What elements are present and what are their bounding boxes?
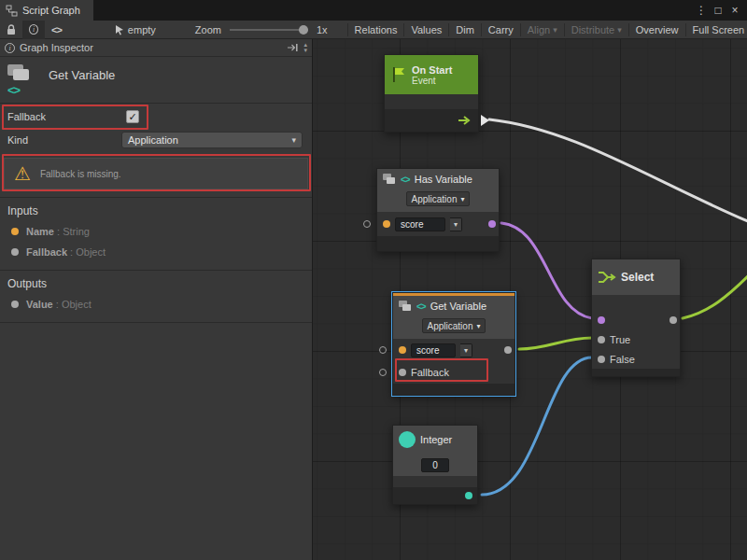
- selection-output-port[interactable]: [669, 316, 677, 324]
- kind-dropdown[interactable]: Application ▾: [121, 132, 303, 148]
- string-port-icon: [11, 228, 19, 235]
- inspector-toggle-button[interactable]: i: [22, 21, 45, 39]
- wire-select-output[interactable]: [683, 274, 747, 318]
- io-type: : Object: [70, 246, 106, 258]
- variables-icon: <>: [7, 64, 39, 100]
- outputs-header: Outputs: [0, 271, 312, 294]
- button-label: Distribute: [571, 24, 614, 35]
- window-menu-icon[interactable]: ⋮: [693, 0, 710, 21]
- script-graph-icon: [6, 5, 18, 17]
- node-subtitle: Event: [412, 76, 452, 86]
- inspector-title: Graph Inspector: [20, 42, 93, 53]
- flag-icon: [390, 65, 407, 84]
- true-input-port[interactable]: [598, 336, 605, 343]
- code-view-button[interactable]: <>: [45, 21, 68, 39]
- graph-toolbar: i <> empty Zoom 1x Relations Values Dim …: [0, 21, 747, 39]
- maximize-icon[interactable]: □: [710, 0, 726, 21]
- close-icon[interactable]: ×: [726, 0, 743, 21]
- toolbar-buttons: Relations Values Dim Carry Align▾ Distri…: [347, 21, 747, 39]
- warning-icon: ⚠: [14, 164, 31, 183]
- node-title: Has Variable: [415, 174, 472, 185]
- integer-icon: [399, 431, 416, 448]
- variable-name-field[interactable]: score: [395, 217, 445, 231]
- tab-title: Script Graph: [22, 5, 80, 16]
- variables-icon: [383, 174, 396, 185]
- wire-control-flow[interactable]: [489, 119, 747, 222]
- node-title: On Start: [412, 64, 452, 76]
- input-row-fallback: Fallback : Object: [0, 242, 312, 262]
- false-port-label: False: [610, 354, 635, 365]
- value-output-port[interactable]: [504, 346, 512, 354]
- scope-dropdown[interactable]: Application ▾: [406, 191, 471, 206]
- node-select[interactable]: Select True False: [591, 259, 681, 377]
- object-port-icon: [11, 301, 19, 308]
- carry-button[interactable]: Carry: [482, 21, 520, 39]
- variable-picker-button[interactable]: ▾: [450, 217, 462, 231]
- graph-canvas[interactable]: On Start Event <> Has Variable Applicati…: [313, 39, 747, 560]
- button-label: Full Screen: [693, 24, 745, 35]
- dim-button[interactable]: Dim: [449, 21, 481, 39]
- node-integer[interactable]: Integer 0: [392, 425, 478, 505]
- fallback-port-label: Fallback: [411, 367, 449, 378]
- scope-dropdown[interactable]: Application ▾: [422, 318, 486, 333]
- warning-box: ⚠ Fallback is missing.: [4, 158, 308, 189]
- inspected-node-title: Get Variable: [49, 68, 115, 82]
- full-screen-button[interactable]: Full Screen: [686, 21, 747, 39]
- lock-icon: [7, 24, 16, 35]
- io-type: : String: [57, 226, 90, 237]
- empty-indicator: empty: [107, 21, 162, 39]
- graph-inspector-panel: i Graph Inspector ▴ ▾ <> Get Variable Fa…: [0, 39, 313, 560]
- values-button[interactable]: Values: [404, 21, 448, 39]
- fallback-property-row: Fallback ✓: [0, 104, 312, 129]
- window-controls: ⋮ □ ×: [693, 0, 747, 21]
- input-row-name: Name : String: [0, 221, 312, 242]
- kind-label: Kind: [7, 134, 121, 146]
- button-label: Relations: [355, 24, 398, 35]
- true-port-label: True: [610, 334, 630, 345]
- fallback-checkbox[interactable]: ✓: [126, 110, 139, 123]
- tab-script-graph[interactable]: Script Graph: [0, 0, 93, 21]
- dock-panel-icon[interactable]: [287, 43, 299, 52]
- code-icon: <>: [51, 24, 62, 35]
- align-button: Align▾: [521, 21, 564, 39]
- unconnected-port[interactable]: [379, 346, 387, 354]
- false-input-port[interactable]: [598, 356, 605, 363]
- code-icon: <>: [401, 175, 410, 185]
- overview-button[interactable]: Overview: [629, 21, 685, 39]
- control-flow-port[interactable]: [481, 115, 489, 126]
- info-icon: i: [29, 24, 38, 35]
- integer-output-port[interactable]: [465, 492, 472, 499]
- bool-output-port[interactable]: [488, 220, 496, 228]
- cursor-icon: [114, 24, 125, 35]
- code-icon: <>: [416, 301, 426, 312]
- node-has-variable[interactable]: <> Has Variable Application ▾ score ▾: [376, 168, 500, 252]
- node-on-start[interactable]: On Start Event: [384, 54, 479, 133]
- condition-input-port[interactable]: [598, 316, 605, 324]
- relations-button[interactable]: Relations: [348, 21, 404, 39]
- integer-value-field[interactable]: 0: [421, 458, 449, 472]
- unconnected-port[interactable]: [363, 220, 371, 228]
- button-label: Overview: [636, 24, 679, 35]
- inputs-header: Inputs: [0, 198, 312, 221]
- panel-scroll-arrows[interactable]: ▴ ▾: [303, 42, 307, 53]
- string-port[interactable]: [383, 220, 390, 228]
- button-label: Dim: [456, 24, 474, 35]
- node-get-variable[interactable]: <> Get Variable Application ▾ score ▾ Fa…: [392, 292, 515, 396]
- lock-button[interactable]: [0, 21, 22, 39]
- button-label: Align: [528, 24, 550, 35]
- variable-picker-button[interactable]: ▾: [460, 343, 472, 357]
- distribute-button: Distribute▾: [565, 21, 628, 39]
- string-port[interactable]: [399, 346, 406, 354]
- fallback-port[interactable]: [399, 369, 406, 376]
- control-output-arrow-icon[interactable]: [458, 115, 472, 126]
- arrow-down-icon: ▾: [303, 48, 307, 53]
- wire-layer: [313, 39, 747, 560]
- unconnected-port[interactable]: [379, 369, 387, 376]
- kind-property-row: Kind Application ▾: [0, 129, 312, 151]
- zoom-slider-knob[interactable]: [299, 25, 308, 35]
- select-icon: [598, 269, 616, 286]
- variable-name-field[interactable]: score: [411, 343, 456, 357]
- wire-get-variable-to-select-true[interactable]: [519, 338, 592, 349]
- zoom-slider[interactable]: [230, 29, 308, 31]
- warning-text: Fallback is missing.: [40, 169, 121, 179]
